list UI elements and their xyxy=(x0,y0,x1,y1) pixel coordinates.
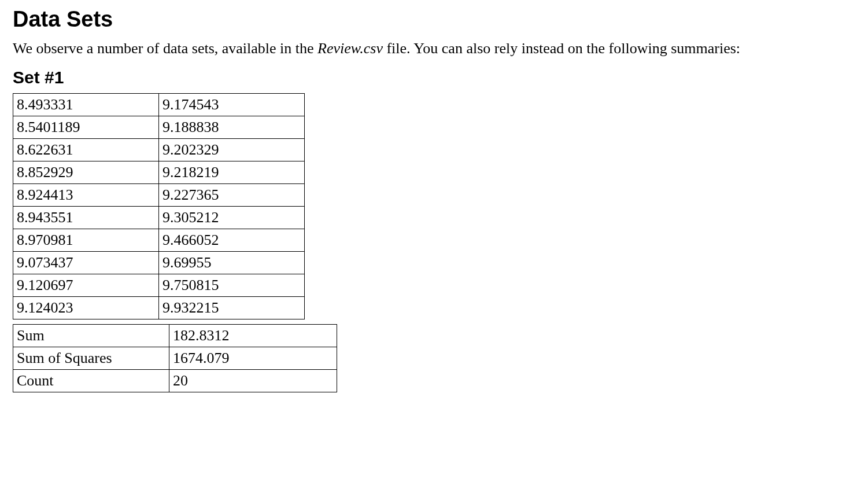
data-cell: 8.943551 xyxy=(13,206,159,229)
data-cell: 9.073437 xyxy=(13,251,159,274)
set1-summary-table: Sum 182.8312 Sum of Squares 1674.079 Cou… xyxy=(13,324,337,392)
data-cell: 9.227365 xyxy=(159,183,305,206)
data-cell: 9.305212 xyxy=(159,206,305,229)
summary-row-ss: Sum of Squares 1674.079 xyxy=(13,347,337,369)
summary-label: Count xyxy=(13,369,169,392)
data-cell: 9.174543 xyxy=(159,93,305,116)
data-cell: 9.202329 xyxy=(159,138,305,161)
set1-heading: Set #1 xyxy=(13,68,855,87)
data-cell: 9.932215 xyxy=(159,296,305,319)
summary-row-sum: Sum 182.8312 xyxy=(13,324,337,347)
table-row: 8.852929 9.218219 xyxy=(13,161,305,183)
intro-post: file. You can also rely instead on the f… xyxy=(383,40,740,57)
table-row: 8.970981 9.466052 xyxy=(13,229,305,251)
data-cell: 9.124023 xyxy=(13,296,159,319)
table-row: 9.120697 9.750815 xyxy=(13,274,305,296)
data-cell: 9.466052 xyxy=(159,229,305,251)
summary-row-count: Count 20 xyxy=(13,369,337,392)
table-row: 9.073437 9.69955 xyxy=(13,251,305,274)
intro-pre: We observe a number of data sets, availa… xyxy=(13,40,317,57)
data-cell: 8.924413 xyxy=(13,183,159,206)
summary-label: Sum xyxy=(13,324,169,347)
data-cell: 8.852929 xyxy=(13,161,159,183)
table-row: 8.493331 9.174543 xyxy=(13,93,305,116)
intro-filename: Review.csv xyxy=(317,40,383,57)
page-title: Data Sets xyxy=(13,7,855,32)
data-cell: 8.622631 xyxy=(13,138,159,161)
table-row: 8.622631 9.202329 xyxy=(13,138,305,161)
intro-text: We observe a number of data sets, availa… xyxy=(13,39,822,58)
data-cell: 8.5401189 xyxy=(13,116,159,138)
table-row: 8.5401189 9.188838 xyxy=(13,116,305,138)
data-cell: 9.120697 xyxy=(13,274,159,296)
set1-data-table: 8.493331 9.174543 8.5401189 9.188838 8.6… xyxy=(13,93,305,319)
data-cell: 8.970981 xyxy=(13,229,159,251)
summary-value: 182.8312 xyxy=(169,324,337,347)
summary-value: 1674.079 xyxy=(169,347,337,369)
data-cell: 9.218219 xyxy=(159,161,305,183)
table-row: 8.943551 9.305212 xyxy=(13,206,305,229)
data-cell: 9.69955 xyxy=(159,251,305,274)
data-cell: 9.188838 xyxy=(159,116,305,138)
data-cell: 8.493331 xyxy=(13,93,159,116)
data-cell: 9.750815 xyxy=(159,274,305,296)
table-row: 8.924413 9.227365 xyxy=(13,183,305,206)
summary-label: Sum of Squares xyxy=(13,347,169,369)
summary-value: 20 xyxy=(169,369,337,392)
table-row: 9.124023 9.932215 xyxy=(13,296,305,319)
